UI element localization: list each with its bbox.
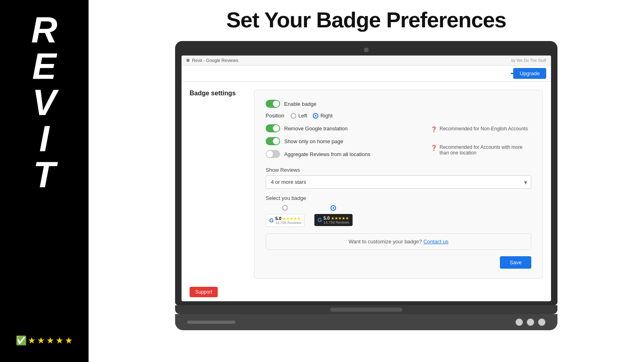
- badge-options: G 5.0 ★★★★★ 14,758 Reviews: [266, 205, 531, 227]
- stand-dot-3: [538, 319, 545, 326]
- brand-letter-t: T: [33, 157, 56, 193]
- laptop-stand: [175, 314, 557, 330]
- hint-non-english-text: Recommended for Non-English Accounts: [440, 126, 528, 132]
- brand-letter-v: V: [32, 84, 56, 121]
- show-home-toggle[interactable]: [266, 137, 280, 145]
- show-home-row: Show only on home page: [266, 137, 421, 145]
- position-right-radio[interactable]: [313, 113, 318, 119]
- stand-dot-2: [527, 319, 534, 326]
- google-g-light: G: [269, 217, 274, 224]
- badge-dark-stars: ★★★★★: [331, 216, 349, 220]
- position-right-label: Right: [320, 113, 332, 119]
- main-content: Set Your Badge Preferences Revit - Googl…: [89, 0, 644, 362]
- badge-light-info: 5.0 ★★★★★ 14,758 Reviews: [275, 216, 301, 225]
- position-left-label: Left: [298, 113, 307, 119]
- browser-tab: Revit - Google Reviews: [186, 58, 238, 63]
- laptop-screen: Revit - Google Reviews by We Do The Stuf…: [182, 56, 551, 301]
- page-title: Set Your Badge Preferences: [226, 7, 506, 32]
- show-home-label: Show only on home page: [284, 138, 343, 144]
- tab-dot: [186, 59, 190, 62]
- contact-us-link[interactable]: Contact us: [423, 239, 448, 245]
- badge-radio-light[interactable]: [282, 205, 288, 211]
- badge-light: G 5.0 ★★★★★ 14,758 Reviews: [266, 214, 305, 227]
- settings-layout: Badge settings Enable badge Positio: [182, 82, 551, 287]
- badge-dark-rating: 5.0: [324, 216, 330, 220]
- browser-by-label: by We Do The Stuff: [511, 58, 546, 63]
- rating-row: ✅ ★ ★ ★ ★ ★: [16, 335, 73, 346]
- laptop-trackpad: [330, 308, 402, 312]
- show-reviews-label: Show Reviews: [266, 167, 531, 173]
- google-g-dark: G: [318, 217, 322, 223]
- badge-dark-reviews: 14,758 Reviews: [324, 220, 349, 224]
- show-reviews-select-wrapper: 4 or more stars 3 or more stars All revi…: [266, 175, 531, 189]
- position-row: Position Left Right: [266, 113, 531, 119]
- aggregate-row: Aggregate Reviews from all locations: [266, 150, 421, 158]
- sidebar-bottom: ✅ ★ ★ ★ ★ ★: [16, 335, 73, 346]
- enable-badge-toggle[interactable]: [266, 100, 280, 108]
- hint-non-english: ❓ Recommended for Non-English Accounts: [431, 126, 531, 132]
- stand-dots: [516, 319, 545, 326]
- aggregate-label: Aggregate Reviews from all locations: [284, 151, 370, 157]
- badge-light-stars: ★★★★★: [283, 216, 301, 221]
- remove-translation-toggle[interactable]: [266, 124, 280, 132]
- badge-option-dark[interactable]: G 5.0 ★★★★★ 14,758 Reviews: [314, 205, 353, 226]
- position-label: Position: [266, 113, 284, 119]
- hint-multi-location: ❓ Recommended for Accounts with more tha…: [431, 144, 531, 156]
- browser-bar: Revit - Google Reviews by We Do The Stuf…: [182, 56, 551, 66]
- enable-badge-label: Enable badge: [284, 101, 316, 107]
- toggle-knob-4: [266, 151, 273, 157]
- star-5: ★: [65, 335, 73, 346]
- toggles-column: Remove Google translation Show only on h…: [266, 124, 421, 163]
- sidebar: R E V I T ✅ ★ ★ ★ ★ ★: [0, 0, 89, 362]
- laptop-camera: [364, 47, 369, 52]
- star-2: ★: [37, 335, 45, 346]
- laptop-base: [175, 305, 557, 314]
- badge-light-rating: 5.0: [275, 216, 281, 221]
- remove-translation-label: Remove Google translation: [284, 125, 348, 132]
- save-row: Save: [266, 256, 531, 269]
- toggles-hints-row: Remove Google translation Show only on h…: [266, 124, 531, 163]
- star-3: ★: [46, 335, 54, 346]
- star-4: ★: [56, 335, 64, 346]
- position-radio-group: Left Right: [291, 113, 332, 119]
- show-reviews-select[interactable]: 4 or more stars 3 or more stars All revi…: [266, 175, 531, 189]
- brand-letter-i: I: [39, 121, 49, 157]
- stand-line-left: [187, 321, 235, 324]
- position-right-option[interactable]: Right: [313, 113, 332, 119]
- badge-dark-info: 5.0 ★★★★★ 14,758 Reviews: [324, 216, 349, 224]
- hint-icon-1: ❓: [431, 126, 437, 132]
- remove-translation-row: Remove Google translation: [266, 124, 421, 132]
- app-toolbar: Upgrade: [182, 66, 551, 82]
- customize-box: Want to customize your badge? Contact us: [266, 233, 531, 250]
- check-icon: ✅: [16, 335, 27, 346]
- badge-radio-dark[interactable]: [330, 205, 336, 211]
- toggle-knob: [273, 101, 279, 107]
- settings-section-title: Badge settings: [190, 90, 254, 97]
- toggle-knob-2: [273, 125, 279, 132]
- star-1: ★: [28, 335, 36, 346]
- hints-column: ❓ Recommended for Non-English Accounts ❓…: [431, 124, 531, 163]
- settings-sidebar: Badge settings: [190, 90, 254, 279]
- laptop-mockup: Revit - Google Reviews by We Do The Stuf…: [175, 41, 557, 330]
- position-left-radio[interactable]: [291, 113, 296, 119]
- save-button[interactable]: Save: [500, 256, 531, 269]
- support-area: Support: [182, 287, 551, 301]
- upgrade-button[interactable]: Upgrade: [513, 68, 546, 79]
- badge-option-light[interactable]: G 5.0 ★★★★★ 14,758 Reviews: [266, 205, 305, 227]
- laptop-screen-outer: Revit - Google Reviews by We Do The Stuf…: [175, 41, 557, 305]
- aggregate-toggle[interactable]: [266, 150, 280, 158]
- badge-light-reviews: 14,758 Reviews: [275, 221, 301, 225]
- brand-title: R E V I T: [31, 12, 58, 193]
- brand-letter-e: E: [32, 48, 56, 84]
- support-button[interactable]: Support: [190, 287, 218, 297]
- stand-dot-1: [516, 319, 523, 326]
- browser-tab-label: Revit - Google Reviews: [192, 58, 238, 63]
- select-badge-label: Select you badge: [266, 195, 531, 201]
- hint-multi-location-text: Recommended for Accounts with more than …: [440, 144, 531, 156]
- toggle-knob-3: [273, 138, 279, 144]
- badge-dark: G 5.0 ★★★★★ 14,758 Reviews: [314, 214, 353, 226]
- customize-text: Want to customize your badge?: [349, 239, 422, 245]
- position-left-option[interactable]: Left: [291, 113, 307, 119]
- hint-icon-2: ❓: [431, 145, 437, 151]
- settings-panel: Enable badge Position Left: [254, 90, 543, 279]
